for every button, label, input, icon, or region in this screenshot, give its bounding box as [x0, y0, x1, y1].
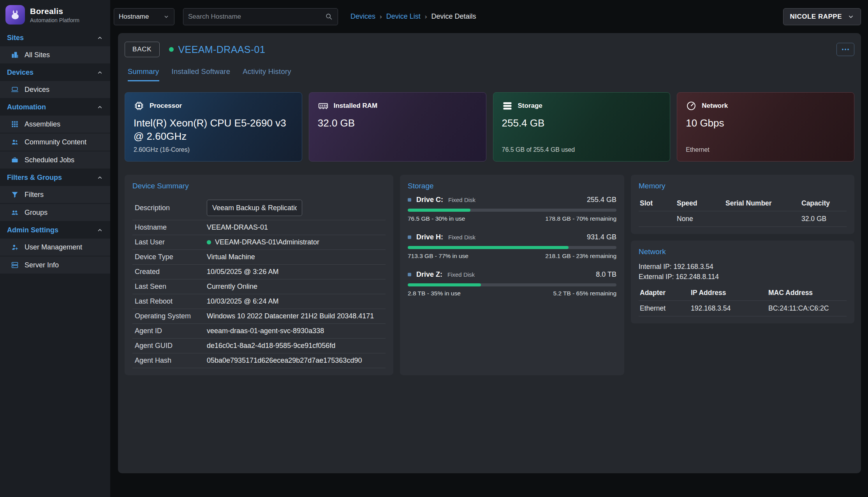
storage-panel: Storage Drive C: Fixed Disk 255.4 GB 76.…	[400, 175, 624, 375]
cpu-icon	[134, 100, 144, 111]
sidebar-item-filters[interactable]: Filters	[0, 186, 110, 203]
memory-speed: None	[677, 215, 725, 223]
sidebar-item-groups[interactable]: Groups	[0, 204, 110, 221]
card-title: Network	[702, 102, 728, 110]
network-panel: Network Internal IP: 192.168.3.54 Extern…	[631, 241, 854, 323]
summary-row-agent-id: Agent ID veeam-draas-01-agent-svc-8930a3…	[132, 324, 386, 339]
breadcrumb-separator: ›	[425, 13, 427, 21]
panel-title: Memory	[639, 182, 847, 190]
tab-installed-software[interactable]: Installed Software	[172, 67, 231, 81]
summary-row-hostname: Hostname VEEAM-DRAAS-01	[132, 220, 386, 235]
sidebar-item-label: Server Info	[25, 261, 59, 269]
topbar: Hostname Devices › Device List › Device …	[110, 0, 868, 33]
tab-summary[interactable]: Summary	[128, 67, 159, 81]
row-value: 10/05/2025 @ 3:26 AM	[207, 268, 278, 276]
sidebar-item-label: Scheduled Jobs	[25, 156, 74, 164]
drive-type: Fixed Disk	[448, 197, 475, 203]
row-label: Last User	[135, 238, 207, 246]
external-ip-value: 162.248.8.114	[676, 273, 719, 281]
sidebar-item-assemblies[interactable]: Assemblies	[0, 116, 110, 133]
brand-name: Borealis	[30, 7, 79, 16]
row-label: Hostname	[135, 223, 207, 232]
drive-remaining-text: 218.1 GB - 23% remaining	[545, 253, 616, 260]
row-label: Agent ID	[135, 327, 207, 335]
stat-card-processor: Processor Intel(R) Xeon(R) CPU E5-2690 v…	[125, 92, 302, 162]
summary-row-description: Description	[132, 196, 386, 220]
drive-name: Drive H:	[416, 233, 443, 241]
sidebar-item-label: Community Content	[25, 138, 86, 146]
row-value: 10/03/2025 @ 6:24 AM	[207, 297, 278, 306]
page-title: VEEAM-DRAAS-01	[178, 44, 266, 55]
search-icon[interactable]	[325, 12, 333, 21]
brand-block[interactable]: Borealis Automation Platform	[0, 0, 110, 30]
external-ip-line: External IP: 162.248.8.114	[639, 272, 847, 282]
online-status-dot	[207, 240, 211, 244]
main-area: Hostname Devices › Device List › Device …	[110, 0, 868, 497]
right-column: Memory Slot Speed Serial Number Capacity…	[631, 175, 854, 323]
panels-row: Device Summary Description Hostname VEEA…	[125, 175, 854, 375]
drive-usage-fill	[408, 209, 470, 212]
sidebar-item-all-sites[interactable]: All Sites	[0, 46, 110, 63]
panel-title: Storage	[408, 182, 616, 190]
sidebar-section-sites[interactable]: Sites	[0, 30, 110, 46]
breadcrumb-devices[interactable]: Devices	[350, 12, 375, 21]
breadcrumb-device-list[interactable]: Device List	[386, 12, 421, 21]
drive-name: Drive Z:	[416, 270, 442, 279]
memory-capacity: 32.0 GB	[801, 215, 845, 223]
card-value: 10 Gbps	[686, 117, 845, 130]
network-table-row: Ethernet 192.168.3.54 BC:24:11:CA:C6:2C	[639, 301, 847, 316]
stat-cards: Processor Intel(R) Xeon(R) CPU E5-2690 v…	[125, 92, 854, 162]
groups-icon	[11, 209, 19, 216]
user-name: NICOLE RAPPE	[790, 13, 842, 21]
back-button[interactable]: BACK	[125, 42, 160, 57]
hostname-filter-select[interactable]: Hostname	[114, 8, 174, 25]
stat-card-network: Network 10 Gbps Ethernet	[677, 92, 854, 162]
search-input[interactable]	[188, 13, 325, 21]
summary-row-last-user: Last User VEEAM-DRAAS-01\Administrator	[132, 235, 386, 250]
internal-ip-label: Internal IP:	[639, 263, 672, 270]
chevron-up-icon	[97, 174, 103, 181]
sidebar-item-devices[interactable]: Devices	[0, 81, 110, 98]
panel-title: Network	[639, 248, 847, 256]
sidebar: Borealis Automation Platform Sites All S…	[0, 0, 110, 497]
sidebar-section-filters-groups[interactable]: Filters & Groups	[0, 169, 110, 186]
adapter-mac: BC:24:11:CA:C6:2C	[768, 304, 845, 313]
row-label: Agent GUID	[135, 342, 207, 350]
summary-row-last-reboot: Last Reboot 10/03/2025 @ 6:24 AM	[132, 294, 386, 309]
filter-funnel-icon	[11, 191, 19, 198]
drive-usage-bar	[408, 283, 616, 286]
sidebar-item-label: All Sites	[25, 51, 50, 59]
ram-icon	[318, 100, 329, 111]
storage-stack-icon	[502, 100, 513, 111]
sidebar-item-community-content[interactable]: Community Content	[0, 133, 110, 151]
sidebar-section-admin-settings[interactable]: Admin Settings	[0, 222, 110, 239]
row-value: veeam-draas-01-agent-svc-8930a338	[207, 327, 324, 335]
section-label: Filters & Groups	[7, 174, 62, 182]
chevron-up-icon	[97, 35, 103, 41]
user-menu-button[interactable]: NICOLE RAPPE	[783, 8, 861, 25]
row-value: VEEAM-DRAAS-01	[207, 223, 268, 232]
summary-row-device-type: Device Type Virtual Machine	[132, 250, 386, 265]
grid-icon	[11, 120, 19, 128]
memory-panel: Memory Slot Speed Serial Number Capacity…	[631, 175, 854, 234]
device-summary-panel: Device Summary Description Hostname VEEA…	[125, 175, 393, 375]
sidebar-item-scheduled-jobs[interactable]: Scheduled Jobs	[0, 151, 110, 169]
drive-usage-fill	[408, 246, 569, 249]
section-label: Admin Settings	[7, 226, 58, 234]
briefcase-icon	[11, 156, 19, 164]
drive-remaining-text: 5.2 TB - 65% remaining	[553, 290, 616, 297]
tab-activity-history[interactable]: Activity History	[243, 67, 291, 81]
server-icon	[11, 261, 19, 269]
sidebar-item-user-management[interactable]: User Management	[0, 239, 110, 256]
col-slot: Slot	[640, 199, 677, 207]
sidebar-section-devices[interactable]: Devices	[0, 64, 110, 81]
sidebar-section-automation[interactable]: Automation	[0, 99, 110, 116]
col-mac-address: MAC Address	[768, 289, 845, 297]
sidebar-item-server-info[interactable]: Server Info	[0, 256, 110, 274]
chevron-down-icon	[847, 13, 854, 20]
internal-ip-value: 192.168.3.54	[674, 263, 713, 270]
card-title: Processor	[150, 102, 182, 110]
internal-ip-line: Internal IP: 192.168.3.54	[639, 262, 847, 272]
description-input[interactable]	[207, 200, 302, 216]
more-options-button[interactable]	[836, 43, 854, 56]
